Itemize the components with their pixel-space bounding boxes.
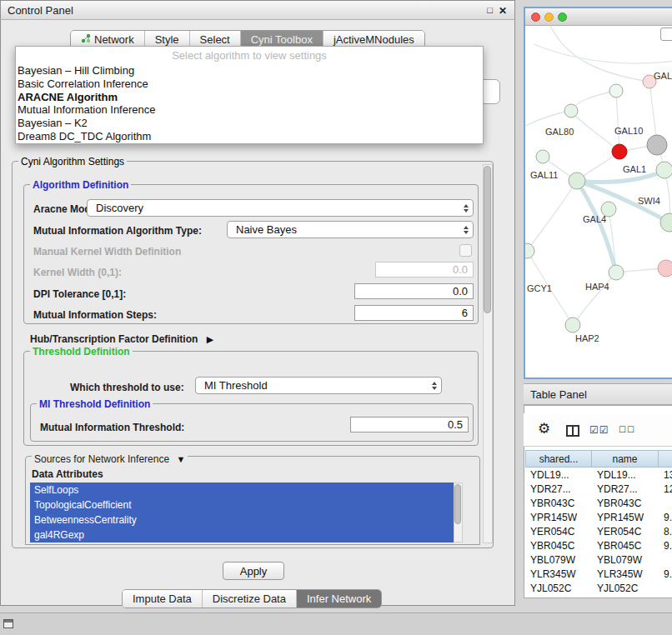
columns-icon[interactable] [566,425,579,437]
table-rows: YDL19... YDL19... 13 YDR27... YDR27... 1… [525,468,672,596]
select-all-icon[interactable]: ☑☑ [589,424,609,436]
network-canvas[interactable]: GAL80 GAL10 GAL11 GAL1 SWI4 GAL4 GCY1 HA… [525,26,672,378]
minimized-panel-icon[interactable] [3,619,13,628]
table-cell: YBL079W [592,553,659,568]
bottom-tabbar: Impute Data Discretize Data Infer Networ… [122,589,382,608]
table-cell: YER054C [592,525,659,539]
table-cell: YBR043C [525,497,592,511]
data-attributes-label: Data Attributes [32,468,103,480]
node-label: GCY1 [527,283,552,293]
algorithm-popup-prompt: Select algorithm to view settings [16,47,483,64]
node-label: GAL11 [530,170,558,180]
table-cell: YBR045C [525,539,592,553]
zoom-icon[interactable] [558,12,567,22]
dpi-tolerance-input[interactable] [354,283,474,299]
table-header-row: shared... name [525,450,672,468]
which-threshold-dropdown[interactable]: MI Threshold [195,377,442,394]
caret-right-icon: ▶ [207,334,213,344]
hub-definition-toggle[interactable]: Hub/Transcription Factor Definition ▶ [30,331,213,346]
tab-discretize-data-label: Discretize Data [213,592,286,605]
list-item[interactable]: SelfLoops [30,482,454,498]
node-label: GAL [654,71,672,81]
tab-discretize-data[interactable]: Discretize Data [202,590,296,608]
table-panel-title: Table Panel [530,388,587,401]
table-row[interactable]: YBR043C YBR043C [525,497,672,511]
menu-item-bayesian-hill-climbing[interactable]: Bayesian – Hill Climbing [16,64,483,78]
network-icon [81,33,91,46]
table-row[interactable]: YLR345W YLR345W 9. [525,568,672,582]
float-window-icon[interactable]: □ [487,5,493,15]
settings-scrollbar[interactable] [483,164,493,543]
caret-down-icon: ▼ [177,454,186,464]
data-attributes-list: SelfLoops TopologicalCoefficient Between… [30,482,454,542]
tab-select-label: Select [200,33,230,46]
manual-kernel-checkbox[interactable] [459,244,472,257]
control-panel-titlebar[interactable]: Control Panel □ ✕ [0,0,515,20]
table-row[interactable]: YDR27... YDR27... 12 [525,482,672,497]
table-row[interactable]: YER054C YER054C 8. [525,525,672,539]
mi-type-label: Mutual Information Algorithm Type: [33,225,202,237]
table-cell: YBL079W [525,553,592,568]
menu-item-aracne[interactable]: ARACNE Algorithm [16,91,483,104]
menu-item-basic-correlation[interactable]: Basic Correlation Inference [16,78,483,91]
network-node [656,162,672,178]
birdseye-toggle[interactable] [660,28,672,41]
aracne-mode-dropdown[interactable]: Discovery [87,199,474,217]
minimize-icon[interactable] [544,12,554,22]
table-cell: YDL19... [592,468,659,482]
column-header-name[interactable]: name [592,450,659,468]
menu-item-bayesian-k2[interactable]: Bayesian – K2 [16,117,483,130]
node-label: GAL80 [545,127,574,137]
column-header-shared[interactable]: shared... [525,450,592,468]
table-row[interactable]: YBL079W YBL079W [525,553,672,568]
table-cell: YDL19... [525,468,592,482]
apply-button[interactable]: Apply [223,562,284,580]
tab-style-label: Style [155,33,179,46]
table-row[interactable]: YPR145W YPR145W 9. [525,511,672,525]
settings-scrollbar-thumb[interactable] [484,166,491,313]
gear-icon[interactable]: ⚙ [538,420,550,438]
deselect-all-icon[interactable]: ☐☐ [619,425,635,434]
table-cell: 8. [659,525,672,539]
network-node [609,265,624,280]
mi-threshold-input[interactable] [350,417,469,432]
sources-toggle[interactable]: Sources for Network Inference ▼ [32,451,188,466]
table-row[interactable]: YDL19... YDL19... 13 [525,468,672,482]
table-row[interactable]: YBR045C YBR045C 9. [525,539,672,553]
table-cell: YBR045C [592,539,659,553]
kernel-width-label: Kernel Width (0,1): [33,267,122,278]
sources-title: Sources for Network Inference [34,453,169,465]
mi-steps-input[interactable] [354,305,474,321]
network-window-titlebar[interactable] [525,8,672,26]
attributes-list-scrollbar-thumb[interactable] [454,484,461,524]
algorithm-definition-title: Algorithm Definition [30,179,131,191]
mi-type-dropdown[interactable]: Naive Bayes [227,221,474,238]
network-node [609,84,623,98]
column-header-partial[interactable] [659,450,672,468]
table-cell: 9. [659,539,672,553]
network-node [525,243,534,258]
tab-infer-network[interactable]: Infer Network [296,590,381,608]
table-cell: YDR27... [592,482,659,497]
table-panel-titlebar[interactable]: Table Panel [524,383,672,405]
table-row[interactable]: YJL052C YJL052C [525,582,672,596]
combo-arrows-icon [459,204,473,212]
list-item[interactable]: gal4RGexp [30,528,454,542]
menu-item-mutual-information[interactable]: Mutual Information Inference [16,103,483,117]
close-icon[interactable]: ✕ [499,5,507,17]
table-cell: 9. [659,511,672,525]
node-label: GAL4 [583,214,606,224]
node-label: GAL1 [623,164,646,174]
tab-impute-data[interactable]: Impute Data [123,590,202,608]
list-item[interactable]: BetweennessCentrality [30,512,454,528]
table-cell: YJL052C [592,582,659,596]
network-node-gray [647,135,667,155]
close-icon[interactable] [531,12,540,22]
kernel-width-input[interactable] [375,262,474,278]
menu-item-dream8[interactable]: Dream8 DC_TDC Algorithm [16,130,483,143]
list-item[interactable]: TopologicalCoefficient [30,498,454,512]
attributes-list-scrollbar[interactable] [454,482,463,542]
table-cell: YER054C [525,525,592,539]
desktop: Control Panel □ ✕ Network Style Select C… [0,0,672,635]
network-node [565,318,580,332]
